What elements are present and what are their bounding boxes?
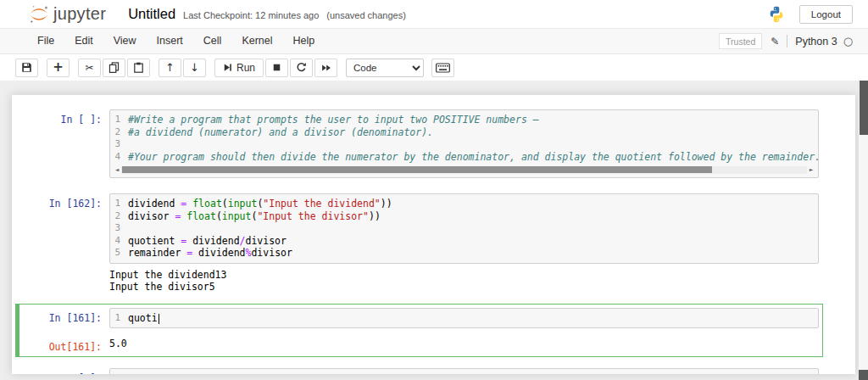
menu-items: File Edit View Insert Cell Kernel Help [27, 29, 325, 53]
code-line: 1#Write a program that prompts the user … [110, 114, 818, 126]
hscrollbar-thumb[interactable] [122, 166, 712, 173]
text-cursor [159, 314, 159, 324]
code-line: 5remainder = dividend%divisor [110, 247, 818, 260]
menu-kernel[interactable]: Kernel [231, 29, 282, 53]
input-prompt: In [161]: [19, 308, 109, 329]
code-line: 1dividend = float(input("Input the divid… [110, 198, 818, 210]
move-cell-down-button[interactable]: ↓ [183, 59, 206, 77]
code-line: 1 [110, 372, 818, 374]
kernel-idle-icon: ○ [843, 36, 853, 47]
scroll-left-arrow-icon[interactable]: ◄ [113, 165, 121, 174]
vscrollbar-thumb[interactable] [860, 81, 868, 135]
code-cell-4[interactable]: In [ ]: 1 [15, 364, 823, 374]
jupyter-logo[interactable]: jupyter [29, 4, 106, 25]
notebook-header: jupyter Untitled Last Checkpoint: 12 min… [0, 0, 868, 28]
scroll-down-arrow[interactable] [859, 370, 868, 380]
notebook-title[interactable]: Untitled [128, 6, 175, 22]
code-line: 2#a dividend (numerator) and a divisor (… [110, 126, 818, 139]
logout-button[interactable]: Logout [799, 5, 853, 24]
menubar: File Edit View Insert Cell Kernel Help T… [0, 28, 868, 54]
line-number: 3 [110, 138, 128, 151]
paste-icon [133, 62, 144, 73]
menu-view[interactable]: View [103, 29, 147, 53]
vertical-scrollbar[interactable] [858, 81, 868, 380]
hscrollbar-track[interactable] [121, 166, 807, 174]
notebook-container: In [ ]: 1#Write a program that prompts t… [12, 95, 855, 374]
line-number: 1 [110, 198, 128, 210]
scissors-icon: ✂ [85, 63, 93, 73]
menu-file[interactable]: File [27, 29, 64, 53]
code-editor[interactable]: 1dividend = float(input("Input the divid… [109, 193, 819, 264]
code-editor[interactable]: 1#Write a program that prompts the user … [109, 109, 819, 178]
input-prompt: In [ ]: [19, 368, 109, 374]
code-editor[interactable]: 1 [109, 368, 819, 374]
cell-type-select[interactable]: Code [346, 59, 424, 77]
run-button[interactable]: Run [214, 59, 264, 77]
code-line: 4#Your program should then divide the nu… [110, 151, 818, 164]
kernel-name: Python 3 [795, 36, 837, 48]
interrupt-kernel-button[interactable] [265, 59, 288, 77]
trusted-badge[interactable]: Trusted [719, 33, 762, 49]
menu-cell[interactable]: Cell [193, 29, 232, 53]
code-cell-3-selected[interactable]: In [161]: 1quoti Out[161]: 5.0 [15, 304, 823, 358]
python-logo-icon [767, 5, 786, 24]
kernel-divider [787, 35, 787, 48]
code-cell-2[interactable]: In [162]: 1dividend = float(input("Input… [15, 189, 823, 297]
command-palette-button[interactable] [431, 59, 454, 77]
horizontal-scrollbar[interactable]: ◄ ► [113, 165, 815, 174]
checkpoint-status: Last Checkpoint: 12 minutes ago [183, 10, 319, 20]
code-editor[interactable]: 1quoti [109, 308, 819, 329]
code-text: #Write a program that prompts the user t… [128, 114, 539, 126]
input-prompt: In [162]: [19, 193, 109, 264]
code-line: 3 [110, 222, 818, 235]
code-text: remainder = dividend%divisor [128, 247, 292, 260]
code-line: 1quoti [110, 312, 818, 325]
line-number: 3 [110, 222, 128, 235]
cut-cells-button[interactable]: ✂ [78, 59, 101, 77]
step-forward-icon [223, 63, 232, 72]
code-text: #Your program should then divide the num… [128, 151, 819, 164]
restart-kernel-button[interactable] [290, 59, 313, 77]
code-line: 4quotient = dividend/divisor [110, 235, 818, 248]
copy-cells-button[interactable] [103, 59, 125, 77]
plus-icon: + [53, 61, 64, 74]
save-button[interactable] [15, 59, 38, 77]
menu-insert[interactable]: Insert [147, 29, 193, 53]
output-text: 5.0 [109, 337, 127, 353]
save-icon [21, 62, 32, 73]
output-area: Out[161]: 5.0 [19, 337, 819, 353]
copy-icon [108, 62, 120, 73]
code-text: #a dividend (numerator) and a divisor (d… [128, 126, 433, 139]
scroll-right-arrow-icon[interactable]: ► [807, 165, 815, 174]
toolbar: + ✂ ↑ ↓ Run Code [0, 54, 868, 81]
menu-help[interactable]: Help [283, 29, 326, 53]
pencil-icon: ✎ [771, 36, 779, 48]
input-prompt: In [ ]: [19, 109, 109, 178]
output-prompt: Out[161]: [19, 337, 109, 353]
arrow-down-icon: ↓ [190, 62, 199, 73]
jupyter-logo-text: jupyter [53, 4, 106, 24]
menubar-right: Trusted ✎ Python 3 ○ [719, 33, 853, 49]
insert-cell-below-button[interactable]: + [47, 59, 70, 77]
run-button-label: Run [236, 62, 255, 74]
paste-cells-button[interactable] [127, 59, 150, 77]
arrow-up-icon: ↑ [165, 62, 175, 73]
line-number: 1 [110, 372, 128, 374]
restart-run-all-button[interactable] [314, 59, 337, 77]
line-number: 4 [110, 235, 128, 248]
code-text: divisor = float(input("Input the divisor… [128, 210, 381, 223]
jupyter-logo-icon [29, 4, 49, 25]
line-number: 1 [110, 114, 128, 126]
output-area: Input the dividend13 Input the divisor5 [19, 268, 819, 293]
title-area: Untitled Last Checkpoint: 12 minutes ago… [128, 6, 406, 22]
code-cell-1[interactable]: In [ ]: 1#Write a program that prompts t… [15, 105, 823, 182]
line-number: 5 [110, 247, 128, 260]
header-right: Logout [767, 5, 853, 24]
code-line: 3 [110, 138, 818, 151]
output-text: Input the dividend13 Input the divisor5 [109, 268, 226, 293]
fast-forward-icon [321, 63, 331, 73]
code-line: 2divisor = float(input("Input the diviso… [110, 210, 818, 223]
menu-edit[interactable]: Edit [64, 29, 103, 53]
notebook-page-background: In [ ]: 1#Write a program that prompts t… [0, 81, 868, 380]
move-cell-up-button[interactable]: ↑ [159, 59, 181, 77]
